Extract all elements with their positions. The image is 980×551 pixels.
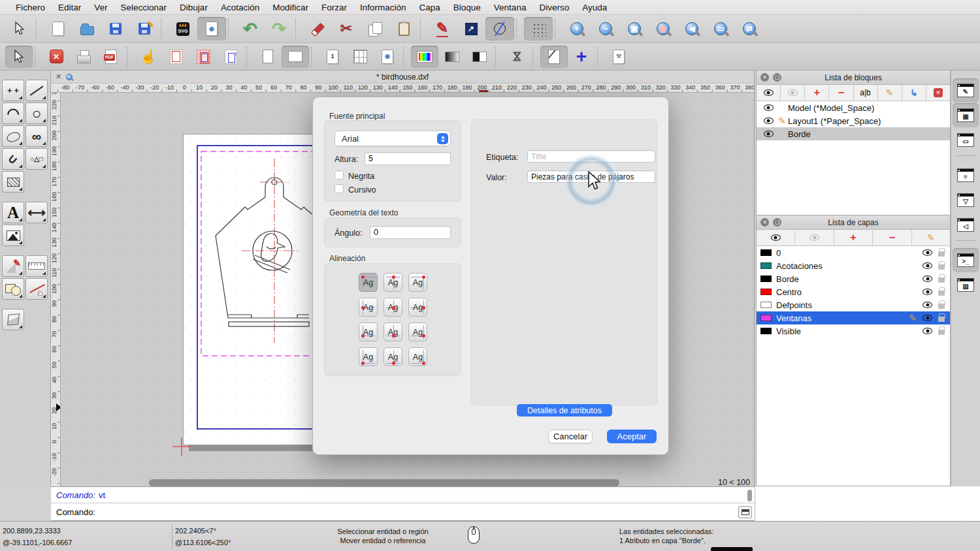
draft-mode-button[interactable]: [540, 46, 568, 68]
spline-button[interactable]: ∞: [25, 125, 48, 147]
height-field[interactable]: [365, 152, 451, 165]
block-visible-cell[interactable]: [760, 118, 776, 124]
zoom-in-button[interactable]: +: [563, 17, 591, 40]
rename-block-button[interactable]: a|b: [854, 85, 878, 101]
command-scrollbar[interactable]: [747, 490, 752, 501]
new-file-button[interactable]: [44, 17, 73, 40]
redo-button[interactable]: ↷: [265, 17, 293, 40]
selection-cursor-button[interactable]: [5, 17, 34, 40]
svg-export-button[interactable]: SVG: [169, 17, 197, 40]
menu-item-ventana[interactable]: Ventana: [487, 3, 533, 12]
save-button[interactable]: [101, 17, 130, 40]
menu-item-dibujar[interactable]: Dibujar: [173, 3, 214, 12]
page-single-button[interactable]: 1: [319, 46, 346, 68]
pan-button[interactable]: ⇄: [735, 17, 764, 40]
bold-checkbox[interactable]: [335, 170, 344, 180]
circle-slash-button[interactable]: [485, 17, 514, 40]
block-row[interactable]: Borde: [757, 127, 950, 140]
block-visible-cell[interactable]: [760, 104, 776, 111]
attribute-details-button[interactable]: Detalles de atributos: [517, 404, 612, 417]
delete-entity-button[interactable]: [303, 17, 332, 40]
ellipse-button[interactable]: [2, 125, 24, 147]
layer-row[interactable]: Centro: [757, 285, 950, 298]
italic-checkbox[interactable]: [335, 184, 344, 193]
remove-block-button[interactable]: −: [829, 85, 853, 101]
text-button[interactable]: A: [2, 202, 24, 223]
menu-item-editar[interactable]: Editar: [52, 3, 88, 12]
menu-item-bloque[interactable]: Bloque: [447, 3, 487, 12]
selection-filter-button[interactable]: ▽: [953, 188, 979, 212]
hatch-button[interactable]: [2, 171, 24, 193]
save-as-button[interactable]: ✎: [130, 17, 159, 40]
gradient-bar-button[interactable]: [438, 46, 466, 68]
menu-item-forzar[interactable]: Forzar: [315, 3, 353, 12]
layer-row[interactable]: Visible: [757, 324, 950, 338]
align-bottom-left-button[interactable]: Ag: [359, 347, 378, 366]
polyline-button[interactable]: ∪: [2, 148, 24, 170]
viewport-move-button[interactable]: ↕: [217, 46, 244, 68]
circle-button[interactable]: ○: [25, 102, 48, 124]
edit-block-button[interactable]: ✎: [878, 85, 902, 101]
bw-bar-button[interactable]: [466, 46, 493, 68]
hide-all-layers-button[interactable]: [795, 230, 834, 245]
font-select[interactable]: Arial: [335, 131, 451, 146]
align-top-center-button[interactable]: Ag: [384, 273, 402, 292]
align-top-right-button[interactable]: Ag: [408, 273, 427, 292]
edit-entity-button[interactable]: ✎: [428, 17, 457, 40]
zoom-window-button[interactable]: ▭: [706, 17, 735, 40]
grid-toggle-button[interactable]: [524, 17, 553, 40]
menu-item-ver[interactable]: Ver: [88, 3, 114, 12]
align-base-center-button[interactable]: Ag: [384, 323, 402, 341]
print-preview-button[interactable]: ◉: [197, 17, 226, 40]
line-button[interactable]: [25, 80, 48, 101]
pan-hand-button[interactable]: ☝: [135, 46, 162, 68]
page-landscape-button[interactable]: [282, 46, 309, 68]
measure-button[interactable]: [25, 255, 48, 277]
color-bar-button[interactable]: [411, 46, 438, 68]
pdf-export-button[interactable]: PDF: [97, 46, 125, 68]
undo-button[interactable]: ↶: [236, 17, 265, 40]
dimension-button[interactable]: ⟷: [25, 202, 48, 223]
block-visible-cell[interactable]: [760, 131, 776, 137]
menu-item-diverso[interactable]: Diverso: [532, 3, 576, 12]
selection-pointer-button[interactable]: [5, 46, 33, 68]
menu-item-modificar[interactable]: Modificar: [266, 3, 315, 12]
image-button[interactable]: [2, 225, 24, 246]
layer-list-button[interactable]: ≡: [953, 163, 979, 187]
menu-item-acotacion[interactable]: Acotación: [214, 3, 266, 12]
view-list-button[interactable]: ▭: [953, 128, 979, 152]
menu-item-capa[interactable]: Capa: [413, 3, 447, 12]
align-base-right-button[interactable]: Ag: [408, 323, 427, 341]
command-input[interactable]: [99, 505, 755, 518]
layer-row[interactable]: Borde: [757, 272, 950, 285]
projection-view-button[interactable]: ◁: [953, 213, 979, 237]
paper-border-button[interactable]: [162, 46, 189, 68]
cut-button[interactable]: ✂: [332, 17, 361, 40]
points-button[interactable]: + +: [2, 80, 24, 101]
clipboard-panel-button[interactable]: ▤: [953, 273, 979, 297]
open-file-button[interactable]: [73, 17, 101, 40]
horizontal-scrollbar[interactable]: [149, 479, 619, 486]
purge-block-button[interactable]: ✕: [926, 85, 950, 101]
show-all-blocks-button[interactable]: [757, 85, 781, 101]
layer-row[interactable]: Acotaciones: [757, 259, 950, 272]
insert-block-button[interactable]: ↳: [902, 85, 926, 101]
add-block-button[interactable]: +: [805, 85, 829, 101]
align-middle-left-button[interactable]: Ag: [359, 298, 378, 317]
property-editor-button[interactable]: ✎: [953, 78, 979, 102]
auto-zoom-button[interactable]: ▣: [620, 17, 649, 40]
print-button[interactable]: [70, 46, 97, 68]
cancel-button[interactable]: Cancelar: [548, 430, 593, 443]
previous-view-button[interactable]: ◀: [678, 17, 706, 40]
angle-field[interactable]: [370, 226, 451, 239]
menu-item-ayuda[interactable]: Ayuda: [576, 3, 613, 12]
block-list-button[interactable]: ▣: [953, 103, 979, 127]
layer-row[interactable]: Ventanas✎: [757, 311, 950, 324]
remove-layer-button[interactable]: −: [873, 230, 911, 245]
command-line-panel-button[interactable]: >_: [953, 248, 979, 272]
align-middle-right-button[interactable]: Ag: [408, 298, 427, 317]
align-middle-center-button[interactable]: Ag: [384, 298, 402, 317]
close-drawing-button[interactable]: ✕: [42, 46, 70, 68]
add-layer-button[interactable]: +: [834, 230, 873, 245]
edit-layer-button[interactable]: ✎: [912, 230, 950, 245]
